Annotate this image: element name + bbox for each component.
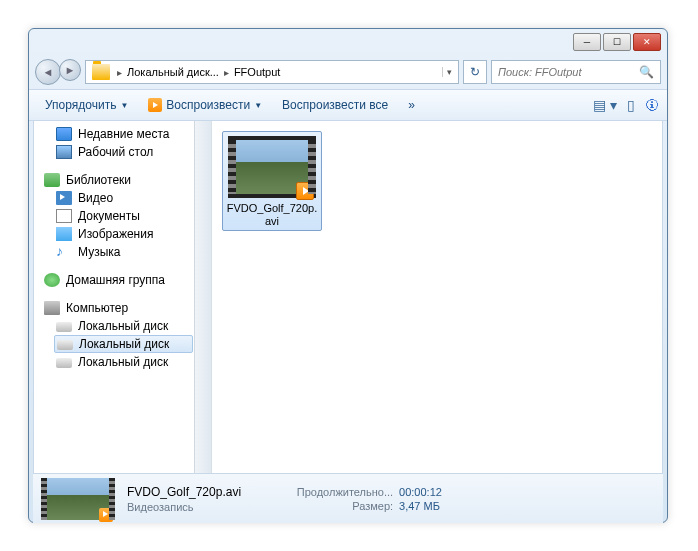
sidebar-item-disk1[interactable]: Локальный диск <box>34 317 211 335</box>
disk-icon <box>56 322 72 332</box>
sidebar-item-video[interactable]: Видео <box>34 189 211 207</box>
play-icon <box>148 98 162 112</box>
disk-icon <box>57 340 73 350</box>
details-filename: FVDO_Golf_720p.avi <box>127 485 241 499</box>
address-bar[interactable]: ▸ Локальный диск... ▸ FFOutput ▾ <box>85 60 459 84</box>
chevron-down-icon: ▼ <box>120 101 128 110</box>
details-pane: FVDO_Golf_720p.avi Видеозапись Продолжит… <box>33 473 663 523</box>
navigation-pane: Недавние места Рабочий стол Библиотеки В… <box>34 121 212 473</box>
play-overlay-icon <box>99 508 113 522</box>
file-item[interactable]: FVDO_Golf_720p.avi <box>222 131 322 231</box>
play-button[interactable]: Воспроизвести ▼ <box>140 94 270 116</box>
sidebar-item-desktop[interactable]: Рабочий стол <box>34 143 211 161</box>
sidebar-item-disk2[interactable]: Локальный диск <box>54 335 193 353</box>
titlebar: ─ ☐ ✕ <box>29 29 667 55</box>
disk-icon <box>56 358 72 368</box>
libraries-icon <box>44 173 60 187</box>
size-value: 3,47 МБ <box>399 500 440 512</box>
play-overlay-icon <box>296 182 314 200</box>
search-input[interactable] <box>498 66 628 78</box>
search-box[interactable]: 🔍 <box>491 60 661 84</box>
details-filetype: Видеозапись <box>127 501 241 513</box>
maximize-button[interactable]: ☐ <box>603 33 631 51</box>
size-label: Размер: <box>273 500 393 512</box>
computer-icon <box>44 301 60 315</box>
sidebar-group-libraries[interactable]: Библиотеки <box>34 171 211 189</box>
play-all-label: Воспроизвести все <box>282 98 388 112</box>
minimize-button[interactable]: ─ <box>573 33 601 51</box>
breadcrumb-disk[interactable]: Локальный диск... <box>125 66 221 78</box>
sidebar-item-disk3[interactable]: Локальный диск <box>34 353 211 371</box>
document-icon <box>56 209 72 223</box>
duration-label: Продолжительно... <box>273 486 393 498</box>
recent-icon <box>56 127 72 141</box>
address-dropdown[interactable]: ▾ <box>442 67 456 77</box>
chevron-right-icon[interactable]: ▸ <box>114 67 125 78</box>
sidebar-item-recent[interactable]: Недавние места <box>34 125 211 143</box>
navigation-bar: ◄ ► ▸ Локальный диск... ▸ FFOutput ▾ ↻ 🔍 <box>29 55 667 89</box>
breadcrumb-folder[interactable]: FFOutput <box>232 66 282 78</box>
help-button[interactable]: 🛈 <box>645 97 659 113</box>
forward-button[interactable]: ► <box>59 59 81 81</box>
refresh-button[interactable]: ↻ <box>463 60 487 84</box>
close-button[interactable]: ✕ <box>633 33 661 51</box>
toolbar: Упорядочить ▼ Воспроизвести ▼ Воспроизве… <box>29 89 667 121</box>
homegroup-icon <box>44 273 60 287</box>
sidebar-item-documents[interactable]: Документы <box>34 207 211 225</box>
chevron-right-icon[interactable]: ▸ <box>221 67 232 78</box>
folder-icon <box>92 64 110 80</box>
music-icon: ♪ <box>56 245 72 259</box>
details-thumbnail <box>41 478 115 520</box>
file-list[interactable]: FVDO_Golf_720p.avi <box>212 121 662 473</box>
play-all-button[interactable]: Воспроизвести все <box>274 94 396 116</box>
preview-pane-button[interactable]: ▯ <box>627 97 635 113</box>
back-button[interactable]: ◄ <box>35 59 61 85</box>
sidebar-group-computer[interactable]: Компьютер <box>34 299 211 317</box>
toolbar-overflow[interactable]: » <box>400 94 423 116</box>
organize-button[interactable]: Упорядочить ▼ <box>37 94 136 116</box>
play-label: Воспроизвести <box>166 98 250 112</box>
sidebar-item-music[interactable]: ♪Музыка <box>34 243 211 261</box>
organize-label: Упорядочить <box>45 98 116 112</box>
sidebar-group-homegroup[interactable]: Домашняя группа <box>34 271 211 289</box>
file-name: FVDO_Golf_720p.avi <box>225 202 319 228</box>
image-icon <box>56 227 72 241</box>
sidebar-item-images[interactable]: Изображения <box>34 225 211 243</box>
desktop-icon <box>56 145 72 159</box>
chevron-down-icon: ▼ <box>254 101 262 110</box>
view-options-button[interactable]: ▤ ▾ <box>593 97 617 113</box>
search-icon[interactable]: 🔍 <box>639 65 654 79</box>
duration-value: 00:00:12 <box>399 486 442 498</box>
explorer-window: ─ ☐ ✕ ◄ ► ▸ Локальный диск... ▸ FFOutput… <box>28 28 668 523</box>
video-thumbnail <box>228 136 316 198</box>
video-icon <box>56 191 72 205</box>
